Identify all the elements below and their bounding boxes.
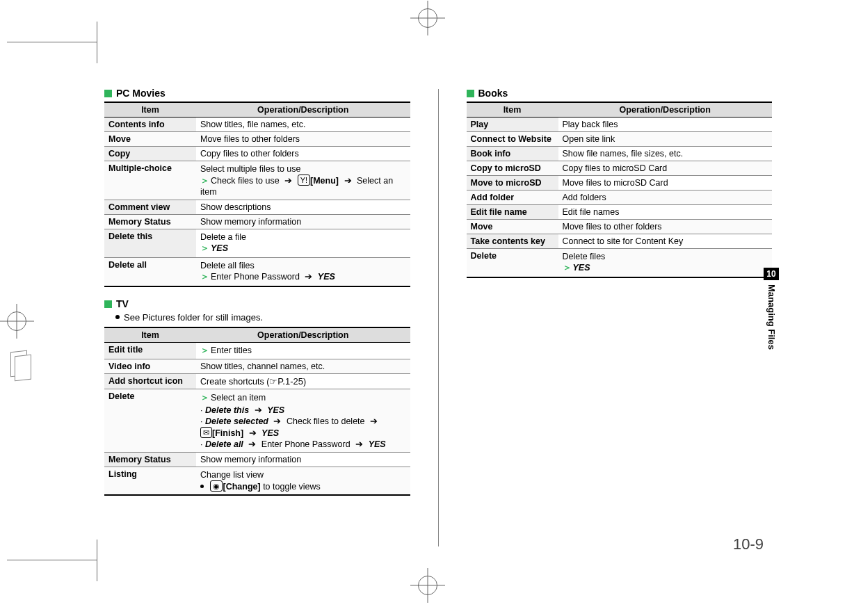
item-desc: Copy files to microSD Card bbox=[558, 161, 773, 176]
arrow-icon: ➔ bbox=[344, 176, 352, 186]
books-heading: Books bbox=[467, 88, 773, 99]
item-label: Move to microSD bbox=[467, 176, 558, 191]
chevron-icon: ＞ bbox=[563, 263, 572, 273]
chevron-icon: ＞ bbox=[200, 243, 209, 253]
item-desc: Show memory information bbox=[196, 453, 410, 467]
square-bullet-icon bbox=[104, 300, 112, 308]
chapter-number: 10 bbox=[764, 268, 779, 280]
item-label: Add shortcut icon bbox=[104, 374, 196, 389]
item-label: Edit title bbox=[104, 343, 196, 359]
item-desc: Show descriptions bbox=[196, 200, 410, 215]
chevron-icon: ＞ bbox=[200, 272, 209, 282]
crop-mark bbox=[7, 42, 97, 70]
item-desc: Select multiple files to use ＞Check file… bbox=[196, 161, 410, 200]
camera-key-icon: ◉ bbox=[210, 480, 223, 492]
col-desc: Operation/Description bbox=[196, 102, 410, 117]
item-desc: ＞Select an item · Delete this ➔ YES · De… bbox=[196, 389, 410, 453]
item-desc: Change list view ◉[Change] to toggle vie… bbox=[196, 467, 410, 496]
item-desc: Copy files to other folders bbox=[196, 147, 410, 161]
yes-text: YES bbox=[267, 405, 284, 415]
desc-line: ＞Enter Phone Password ➔ YES bbox=[200, 271, 406, 283]
square-bullet-icon bbox=[104, 90, 112, 97]
item-label: Take contents key bbox=[467, 234, 558, 249]
tv-table: Item Operation/Description Edit title ＞E… bbox=[104, 327, 410, 496]
heading-text: PC Movies bbox=[116, 88, 166, 99]
item-desc: Create shortcuts (☞P.1-25) bbox=[196, 374, 410, 389]
pc-movies-table: Item Operation/Description Contents info… bbox=[104, 102, 410, 287]
book-icon bbox=[10, 351, 27, 376]
item-label: Delete bbox=[467, 249, 558, 278]
item-desc: Move files to microSD Card bbox=[558, 176, 773, 191]
item-desc: Delete a file ＞YES bbox=[196, 229, 410, 258]
desc-line: Delete files bbox=[563, 252, 768, 261]
square-bullet-icon bbox=[467, 90, 474, 97]
item-desc: Edit file names bbox=[558, 205, 773, 220]
item-label: Video info bbox=[104, 359, 196, 374]
left-column: PC Movies Item Operation/Description Con… bbox=[104, 83, 410, 560]
item-label: Comment view bbox=[104, 200, 196, 215]
desc-line: ＞Check files to use ➔ Y![Menu] ➔ Select … bbox=[200, 175, 406, 197]
item-label: Edit file name bbox=[467, 205, 558, 220]
item-label: Play bbox=[467, 117, 558, 132]
item-label: Add folder bbox=[467, 191, 558, 205]
arrow-icon: ➔ bbox=[248, 439, 256, 449]
yes-text: YES bbox=[261, 428, 279, 438]
item-label: Multiple-choice bbox=[104, 161, 196, 200]
menu-key-icon: Y! bbox=[298, 175, 310, 186]
desc-line: Change list view bbox=[200, 470, 406, 480]
desc-line: Delete all files bbox=[200, 261, 406, 270]
item-label: Copy bbox=[104, 147, 196, 161]
col-desc: Operation/Description bbox=[558, 102, 773, 117]
desc-line: Select multiple files to use bbox=[200, 164, 406, 174]
yes-text: YES bbox=[573, 263, 590, 273]
item-desc: Move files to other folders bbox=[196, 132, 410, 147]
item-label: Delete all bbox=[104, 258, 196, 287]
desc-line: ＞YES bbox=[200, 243, 406, 254]
arrow-icon: ➔ bbox=[370, 416, 378, 426]
chapter-title: Managing Files bbox=[766, 284, 777, 350]
yes-text: YES bbox=[369, 439, 386, 449]
item-desc: Open site link bbox=[558, 132, 773, 147]
arrow-icon: ➔ bbox=[284, 176, 292, 186]
registration-mark-icon bbox=[7, 311, 26, 331]
item-desc: Delete files ＞YES bbox=[558, 249, 773, 278]
item-desc: Show memory information bbox=[196, 215, 410, 229]
bullet-icon bbox=[200, 485, 204, 488]
item-label: Connect to Website bbox=[467, 132, 558, 147]
item-label: Move bbox=[104, 132, 196, 147]
menu-label: [Menu] bbox=[310, 176, 339, 186]
chevron-icon: ＞ bbox=[200, 176, 209, 186]
col-item: Item bbox=[104, 102, 196, 117]
item-label: Move bbox=[467, 220, 558, 234]
desc-line: Delete a file bbox=[200, 232, 406, 242]
item-desc: ＞Enter titles bbox=[196, 343, 410, 359]
bullet-icon bbox=[115, 315, 120, 319]
item-desc: Move files to other folders bbox=[558, 220, 773, 234]
item-label: Memory Status bbox=[104, 453, 196, 467]
arrow-icon: ➔ bbox=[249, 428, 257, 438]
column-divider bbox=[438, 89, 439, 546]
page-number: 10-9 bbox=[733, 535, 764, 553]
item-label: Book info bbox=[467, 147, 558, 161]
col-item: Item bbox=[104, 327, 196, 343]
item-label: Delete this bbox=[104, 229, 196, 258]
yes-text: YES bbox=[211, 243, 228, 253]
col-desc: Operation/Description bbox=[196, 327, 410, 343]
finish-label: [Finish] bbox=[212, 428, 243, 438]
item-desc: Connect to site for Content Key bbox=[558, 234, 773, 249]
item-label: Memory Status bbox=[104, 215, 196, 229]
chevron-icon: ＞ bbox=[200, 393, 209, 403]
col-item: Item bbox=[467, 102, 558, 117]
arrow-icon: ➔ bbox=[255, 405, 262, 415]
registration-mark-icon bbox=[418, 8, 437, 28]
heading-text: TV bbox=[116, 298, 129, 309]
item-label: Contents info bbox=[104, 117, 196, 132]
item-desc: Show titles, channel names, etc. bbox=[196, 359, 410, 374]
cross-ref: ☞P.1-25 bbox=[269, 376, 303, 387]
item-desc: Add folders bbox=[558, 191, 773, 205]
item-label: Listing bbox=[104, 467, 196, 496]
item-desc: Show file names, file sizes, etc. bbox=[558, 147, 773, 161]
registration-mark-icon bbox=[418, 576, 437, 595]
books-table: Item Operation/Description Play Play bac… bbox=[467, 102, 773, 278]
item-desc: Delete all files ＞Enter Phone Password ➔… bbox=[196, 258, 410, 287]
